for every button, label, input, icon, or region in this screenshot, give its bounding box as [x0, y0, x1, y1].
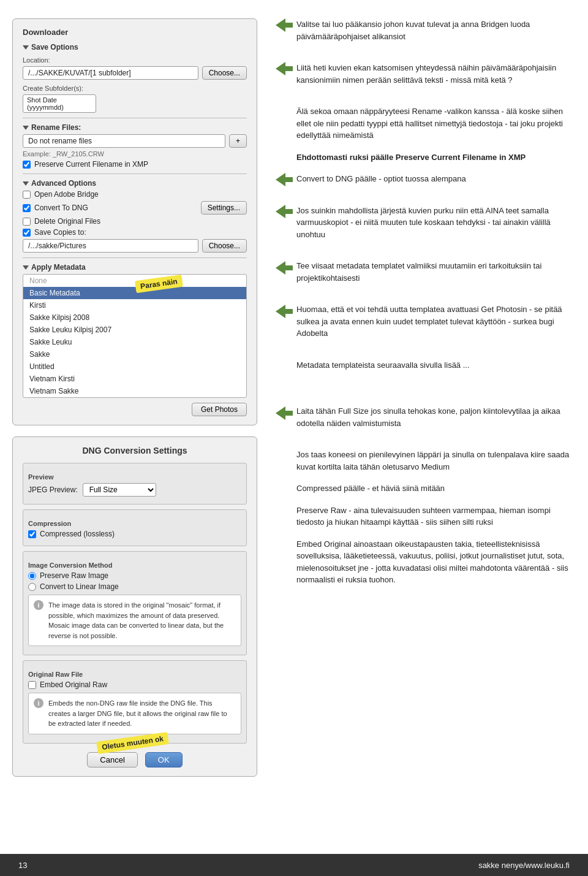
preserve-raw-label: Preserve Raw Image: [40, 571, 108, 580]
info-icon: i: [34, 600, 43, 610]
downloader-panel: Downloader Save Options Location: /.../S…: [12, 18, 257, 425]
embed-info-text: Embeds the non-DNG raw file inside the D…: [48, 698, 236, 729]
choose-copies-btn[interactable]: Choose...: [202, 239, 247, 253]
open-bridge-label: Open Adobe Bridge: [34, 190, 99, 199]
text-7: Huomaa, että et voi tehdä uutta template…: [296, 303, 576, 340]
subfolder-stepper[interactable]: Shot Date (yyyymmdd): [23, 94, 96, 113]
metadata-untitled[interactable]: Untitled: [23, 360, 246, 373]
metadata-sakke-2007[interactable]: Sakke Leuku Kilpisj 2007: [23, 324, 246, 336]
rename-files-label: Rename Files:: [31, 123, 81, 132]
preview-label: Preview: [28, 473, 241, 481]
text-3: Älä sekoa omaan näppäryyteesi Rename -va…: [296, 105, 576, 142]
embed-info-icon: i: [34, 698, 43, 708]
dng-panel: DNG Conversion Settings Preview JPEG Pre…: [12, 436, 257, 777]
rename-files-header: Rename Files:: [23, 123, 247, 132]
convert-dng-label: Convert To DNG: [34, 204, 197, 212]
svg-marker-6: [276, 406, 293, 420]
open-bridge-row: Open Adobe Bridge: [23, 190, 247, 199]
advanced-options-header: Advanced Options: [23, 179, 247, 188]
svg-marker-3: [276, 205, 293, 218]
example-value: _RW_2105.CRW: [53, 150, 104, 158]
text-13: Embed Original ainoastaan oikeustapauste…: [296, 538, 576, 586]
save-options-header: Save Options: [23, 43, 247, 51]
save-copies-checkbox[interactable]: [23, 229, 31, 237]
jpeg-preview-row: JPEG Preview: Full Size: [28, 483, 241, 497]
arrow-icon-9: [276, 406, 293, 420]
linear-radio-input[interactable]: [28, 583, 36, 591]
text-section-9: Laita tähän Full Size jos sinulla tehoka…: [276, 405, 576, 439]
delete-originals-row: Delete Original Files: [23, 217, 247, 226]
delete-originals-checkbox[interactable]: [23, 218, 31, 226]
save-copies-path-field: /.../sakke/Pictures: [23, 239, 198, 253]
arrow-icon-7: [276, 305, 293, 318]
svg-marker-1: [276, 62, 293, 75]
dng-panel-title: DNG Conversion Settings: [23, 446, 247, 455]
location-field: /.../SAKKE/KUVAT/[1 subfolder]: [23, 66, 198, 80]
metadata-sakke-2008[interactable]: Sakke Kilpisj 2008: [23, 311, 246, 324]
compression-label: Compression: [28, 520, 241, 527]
main-content: Downloader Save Options Location: /.../S…: [0, 0, 588, 807]
preserve-raw-radio[interactable]: [28, 572, 36, 580]
svg-marker-4: [276, 261, 293, 275]
original-raw-section: Original Raw File Embed Original Raw i E…: [23, 660, 247, 744]
advanced-options-label: Advanced Options: [31, 179, 96, 188]
original-raw-label: Original Raw File: [28, 671, 241, 678]
embed-checkbox[interactable]: [28, 681, 36, 689]
page-number: 13: [18, 861, 27, 870]
get-photos-btn[interactable]: Get Photos: [192, 403, 247, 416]
apply-metadata-label: Apply Metadata: [31, 263, 86, 272]
metadata-sakke-leuku[interactable]: Sakke Leuku: [23, 336, 246, 348]
convert-dng-checkbox[interactable]: [23, 204, 31, 212]
arrow-icon-5: [276, 205, 293, 218]
open-bridge-checkbox[interactable]: [23, 191, 31, 199]
choose-location-btn[interactable]: Choose...: [202, 66, 247, 80]
arrow-icon-2: [276, 62, 293, 75]
delete-originals-label: Delete Original Files: [34, 217, 100, 226]
preserve-raw-row: Preserve Raw Image: [28, 571, 241, 580]
metadata-vietnam-kirsti[interactable]: Vietnam Kirsti: [23, 373, 246, 385]
text-2: Liitä heti kuvien ekan katsomisen yhteyd…: [296, 62, 576, 86]
text-5: Jos suinkin mahdollista järjestä kuvien …: [296, 205, 576, 241]
ok-btn[interactable]: OK: [145, 752, 183, 767]
location-label: Location:: [23, 56, 247, 64]
preserve-checkbox-input[interactable]: [23, 161, 31, 169]
conversion-info-text: The image data is stored in the original…: [48, 600, 236, 641]
text-section-4: Convert to DNG päälle - optiot tuossa al…: [276, 173, 576, 195]
metadata-basic[interactable]: Basic Metadata: [23, 287, 246, 299]
arrow-icon-1: [276, 18, 293, 32]
jpeg-preview-label: JPEG Preview:: [28, 486, 78, 494]
linear-label: Convert to Linear Image: [40, 582, 119, 591]
text-section-5: Jos suinkin mahdollista järjestä kuvien …: [276, 205, 576, 251]
jpeg-preview-select[interactable]: Full Size: [83, 483, 156, 497]
settings-btn[interactable]: Settings...: [201, 201, 247, 215]
text-section-2: Liitä heti kuvien ekan katsomisen yhteyd…: [276, 62, 576, 96]
text-11: Compressed päälle - et häviä siinä mitää…: [296, 482, 576, 495]
convert-dng-row: Convert To DNG Settings...: [23, 201, 247, 215]
rename-field: Do not rename files: [23, 134, 225, 148]
metadata-list[interactable]: None Basic Metadata Kirsti Sakke Kilpisj…: [23, 274, 247, 398]
text-3b: Ehdottomasti ruksi päälle Preserve Curre…: [296, 151, 576, 164]
metadata-kirsti[interactable]: Kirsti: [23, 299, 246, 311]
embed-row: Embed Original Raw: [28, 680, 241, 689]
save-copies-label: Save Copies to:: [34, 228, 86, 237]
save-copies-path-row: /.../sakke/Pictures Choose...: [23, 239, 247, 253]
preserve-row: Preserve Current Filename in XMP: [23, 160, 247, 169]
compressed-checkbox[interactable]: [28, 530, 36, 538]
metadata-sakke[interactable]: Sakke: [23, 348, 246, 360]
advanced-triangle: [23, 181, 29, 186]
text-12: Preserve Raw - aina tulevaisuuden suhtee…: [296, 505, 576, 528]
apply-metadata-header: Apply Metadata: [23, 263, 247, 272]
text-section-6: Tee viisaat metadata templatet valmiiksi…: [276, 260, 576, 294]
compressed-label: Compressed (lossless): [40, 530, 115, 538]
text-8: Metadata templateista seuraavalla sivull…: [296, 359, 576, 371]
subfolder-row: Shot Date (yyyymmdd): [23, 94, 247, 113]
linear-row: Convert to Linear Image: [28, 582, 241, 591]
rename-plus-btn[interactable]: +: [229, 134, 247, 148]
site-url: sakke nenye/www.leuku.fi: [478, 861, 570, 870]
create-subfolders-label: Create Subfolder(s):: [23, 85, 247, 92]
cancel-btn[interactable]: Cancel: [87, 752, 137, 767]
location-row: /.../SAKKE/KUVAT/[1 subfolder] Choose...: [23, 66, 247, 80]
metadata-vietnam-sakke[interactable]: Vietnam Sakke: [23, 385, 246, 397]
triangle-icon: [23, 45, 29, 50]
dng-dialog-buttons: Cancel OK: [23, 752, 247, 767]
